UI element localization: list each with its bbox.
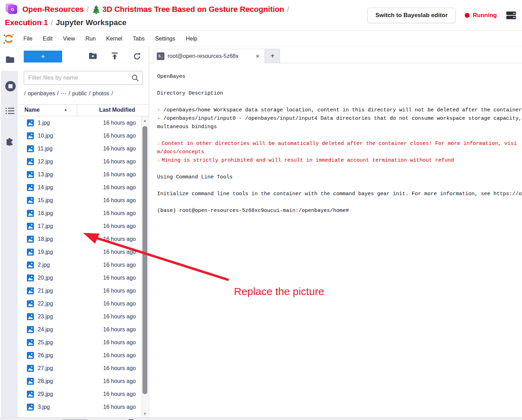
running-status-label: Running (473, 12, 497, 19)
close-tab-icon[interactable]: × (256, 53, 259, 59)
file-modified: 16 hours ago (103, 249, 136, 255)
breadcrumb-separator: / (87, 5, 89, 14)
file-row[interactable]: 14.jpg16 hours ago (19, 181, 142, 194)
image-file-icon (27, 184, 34, 191)
path-public[interactable]: public (72, 90, 87, 97)
file-row[interactable]: 16.jpg16 hours ago (19, 207, 142, 220)
file-row[interactable]: 20.jpg16 hours ago (19, 271, 142, 284)
terminal-line: OpenBayes (157, 73, 522, 81)
file-name: 26.jpg (38, 352, 103, 359)
file-row[interactable]: 15.jpg16 hours ago (19, 194, 142, 207)
column-header-name[interactable]: Name (24, 107, 40, 113)
image-file-icon (27, 300, 34, 308)
file-modified: 16 hours ago (103, 288, 136, 294)
terminal-line (157, 98, 522, 106)
file-row[interactable]: 25.jpg16 hours ago (19, 336, 142, 349)
path-separator: / (111, 90, 113, 97)
file-modified: 16 hours ago (103, 326, 136, 333)
file-row[interactable]: 11.jpg16 hours ago (19, 142, 142, 155)
file-row[interactable]: 24.jpg16 hours ago (19, 323, 142, 336)
svg-text:G: G (11, 7, 14, 12)
image-file-icon (27, 390, 34, 398)
file-name: 23.jpg (38, 314, 103, 320)
file-modified: 16 hours ago (103, 301, 136, 307)
file-row[interactable]: 22.jpg16 hours ago (19, 297, 142, 310)
file-row[interactable]: 28.jpg16 hours ago (19, 375, 142, 388)
menu-kernel[interactable]: Kernel (101, 31, 127, 47)
file-row[interactable]: 10.jpg16 hours ago (19, 129, 142, 142)
file-name: 24.jpg (38, 326, 103, 333)
scrollbar-thumb[interactable] (142, 126, 147, 394)
scroll-up-icon[interactable]: ▲ (142, 118, 148, 123)
menu-file[interactable]: File (18, 31, 38, 47)
terminal-line: multaneous bindings (157, 123, 522, 131)
terminal-line (157, 182, 522, 190)
file-row[interactable]: 23.jpg16 hours ago (19, 310, 142, 323)
file-row[interactable]: 19.jpg16 hours ago (19, 245, 142, 258)
file-row[interactable]: 26.jpg16 hours ago (19, 349, 142, 362)
new-launcher-button[interactable]: + (24, 51, 62, 62)
file-row[interactable]: 13.jpg16 hours ago (19, 168, 142, 181)
menu-view[interactable]: View (58, 31, 80, 47)
column-header-modified[interactable]: Last Modified (99, 107, 135, 113)
menu-settings[interactable]: Settings (150, 31, 181, 47)
scroll-down-icon[interactable]: ▼ (142, 412, 148, 416)
file-name: 19.jpg (38, 249, 103, 255)
file-row[interactable]: 2.jpg16 hours ago (19, 258, 142, 271)
terminal-output[interactable]: OpenBayesDirectory Description- /openbay… (149, 64, 522, 417)
file-row[interactable]: 18.jpg16 hours ago (19, 233, 142, 245)
file-row[interactable]: 3.jpg16 hours ago (19, 400, 142, 413)
resources-server-icon[interactable] (506, 11, 516, 20)
project-logo-icon: G (5, 3, 19, 16)
running-kernels-tab-stop-icon[interactable] (5, 80, 16, 92)
menu-help[interactable]: Help (181, 31, 203, 47)
menu-tabs[interactable]: Tabs (127, 31, 150, 47)
warning-icon: ⚠ (157, 141, 160, 147)
upload-files-icon[interactable] (111, 52, 119, 60)
file-name: 29.jpg (38, 391, 103, 397)
path-ellipsis[interactable]: ⋯ (61, 90, 66, 97)
refresh-file-list-icon[interactable] (133, 52, 141, 60)
image-file-icon (27, 171, 34, 178)
path-photos[interactable]: photos (93, 90, 109, 97)
app-header: G Open-Resources/3D Christmas Tree Based… (0, 0, 522, 31)
file-browser-tab-folder-icon[interactable] (6, 56, 14, 63)
terminal-tab[interactable]: $_ root@open-resources-5z68x × (154, 49, 265, 63)
file-name: 14.jpg (38, 184, 103, 191)
file-row[interactable]: 21.jpg16 hours ago (19, 284, 142, 297)
openbayes-spinner-icon (3, 33, 15, 45)
switch-editor-button[interactable]: Switch to Bayeslab editor (367, 8, 456, 23)
image-file-icon (27, 403, 34, 411)
menu-run[interactable]: Run (80, 31, 101, 47)
file-modified: 16 hours ago (103, 236, 136, 242)
new-tab-button[interactable]: + (265, 49, 280, 63)
extension-manager-tab-puzzle-icon[interactable] (5, 135, 15, 146)
project-breadcrumb-segment-0[interactable]: Execution 1 (5, 18, 48, 27)
file-modified: 16 hours ago (103, 210, 136, 216)
terminal-line: Initialize command line tools in the con… (157, 190, 522, 198)
tab-bar: $_ root@open-resources-5z68x × + (149, 47, 522, 63)
path-openbayes[interactable]: openbayes (28, 90, 55, 97)
file-list-scrollbar[interactable]: ▲ ▼ (141, 116, 148, 417)
file-row[interactable]: 29.jpg16 hours ago (19, 388, 142, 400)
table-of-contents-tab-list-icon[interactable] (5, 107, 15, 115)
image-file-icon (27, 326, 34, 333)
filter-files-input[interactable] (28, 71, 130, 84)
terminal-line: (base) root@open-resources-5z68xc9oucui-… (157, 207, 522, 215)
file-row[interactable]: 27.jpg16 hours ago (19, 362, 142, 375)
new-folder-icon[interactable] (89, 52, 97, 60)
image-file-icon (27, 364, 34, 372)
file-name: 27.jpg (38, 365, 103, 371)
image-file-icon (27, 339, 34, 346)
project-breadcrumb-segment-3[interactable]: 3D Christmas Tree Based on Gesture Recog… (102, 5, 284, 14)
file-modified: 16 hours ago (103, 404, 136, 410)
terminal-tab-title: root@open-resources-5z68x (168, 53, 254, 59)
file-modified: 16 hours ago (103, 146, 136, 152)
status-bar: Simple (0, 417, 522, 420)
file-row[interactable]: 1.jpg16 hours ago (19, 116, 142, 129)
project-breadcrumb-segment-0[interactable]: Open-Resources (22, 5, 84, 14)
activity-sidebar (0, 47, 19, 417)
file-row[interactable]: 12.jpg16 hours ago (19, 155, 142, 168)
menu-edit[interactable]: Edit (38, 31, 58, 47)
file-row[interactable]: 17.jpg16 hours ago (19, 220, 142, 233)
